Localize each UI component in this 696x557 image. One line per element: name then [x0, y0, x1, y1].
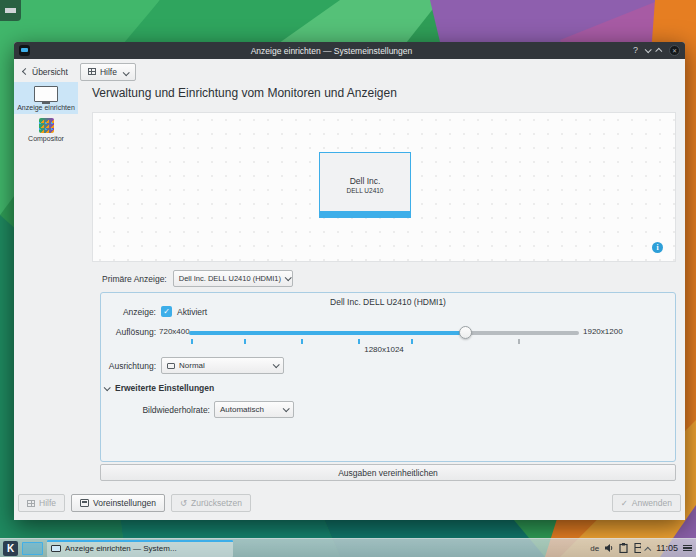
- monitor-model: DELL U2410: [347, 187, 384, 194]
- refresh-rate-select[interactable]: Automatisch: [214, 401, 294, 418]
- chevron-down-icon: [283, 405, 290, 412]
- orientation-label: Ausrichtung:: [101, 361, 156, 371]
- toolbar: Übersicht Hilfe: [14, 61, 685, 82]
- chevron-down-icon: [285, 274, 292, 281]
- slider-tick: [358, 339, 360, 344]
- presets-button[interactable]: Voreinstellungen: [71, 494, 165, 512]
- presets-icon: [80, 499, 89, 507]
- desktop-toolbox-button[interactable]: [0, 0, 21, 21]
- desktop: Anzeige einrichten — Systemeinstellungen…: [0, 0, 696, 557]
- panel-toolbox-icon[interactable]: [683, 545, 693, 552]
- titlebar-help-button[interactable]: ?: [633, 46, 638, 55]
- monitor-bottom-bar: [320, 211, 410, 217]
- monitor-icon: [34, 86, 58, 102]
- display-preview-area: Dell Inc. DELL U2410 i: [92, 112, 676, 262]
- reset-label: Zurücksetzen: [191, 498, 242, 508]
- close-icon: ✕: [672, 48, 677, 54]
- chevron-down-icon: [104, 384, 111, 391]
- window-title: Anzeige einrichten — Systemeinstellungen: [30, 46, 633, 56]
- sidebar-item-displays[interactable]: Anzeige einrichten: [14, 82, 78, 114]
- tray-expander-chevron-up-icon[interactable]: [644, 546, 651, 553]
- help-label: Hilfe: [100, 67, 117, 77]
- enabled-checkbox[interactable]: ✓: [161, 306, 172, 317]
- sidebar: Anzeige einrichten Compositor: [14, 82, 78, 494]
- monitor-vendor: Dell Inc.: [350, 176, 381, 186]
- slider-tick: [301, 339, 303, 344]
- device-notifier-icon[interactable]: [633, 543, 641, 553]
- hamburger-icon: [5, 8, 16, 13]
- refresh-rate-value: Automatisch: [220, 405, 264, 414]
- chevron-down-icon: [123, 69, 130, 76]
- footer-button-row: Hilfe Voreinstellungen ↺ Zurücksetzen ✓ …: [14, 494, 685, 512]
- overview-back-button[interactable]: Übersicht: [17, 64, 74, 80]
- advanced-settings-label: Erweiterte Einstellungen: [115, 383, 214, 393]
- sidebar-item-label: Anzeige einrichten: [15, 104, 77, 111]
- apply-button[interactable]: ✓ Anwenden: [612, 494, 681, 512]
- titlebar[interactable]: Anzeige einrichten — Systemeinstellungen…: [14, 42, 685, 59]
- digital-clock[interactable]: 11:05: [656, 543, 678, 553]
- refresh-rate-label: Bildwiederholrate:: [126, 405, 210, 415]
- resolution-max: 1920x1200: [583, 327, 623, 336]
- slider-tick: [244, 339, 246, 344]
- minimize-button[interactable]: [645, 46, 652, 53]
- sidebar-item-compositor[interactable]: Compositor: [14, 114, 78, 145]
- monitor-preview-box[interactable]: Dell Inc. DELL U2410: [319, 152, 411, 218]
- resolution-slider-fill: [189, 331, 466, 335]
- resolution-slider-handle[interactable]: [459, 326, 472, 339]
- check-icon: ✓: [163, 308, 170, 316]
- enabled-label: Aktiviert: [177, 307, 207, 317]
- primary-display-value: Dell Inc. DELL U2410 (HDMI1): [179, 274, 281, 283]
- monitor-icon: [51, 545, 61, 552]
- help-button-label: Hilfe: [39, 498, 56, 508]
- slider-tick: [518, 339, 520, 344]
- volume-icon[interactable]: [604, 543, 614, 553]
- taskbar-task-button[interactable]: Anzeige einrichten — System...: [47, 540, 233, 557]
- help-menu-button[interactable]: Hilfe: [80, 63, 136, 81]
- output-settings-panel: Dell Inc. DELL U2410 (HDMI1) Anzeige: ✓ …: [100, 292, 676, 462]
- unify-outputs-label: Ausgaben vereinheitlichen: [338, 468, 438, 478]
- info-icon[interactable]: i: [652, 242, 663, 253]
- presets-label: Voreinstellungen: [93, 498, 156, 508]
- apply-label: Anwenden: [632, 498, 672, 508]
- application-launcher-button[interactable]: K: [3, 541, 18, 556]
- systemsettings-window: Anzeige einrichten — Systemeinstellungen…: [14, 42, 685, 520]
- help-grid-icon: [88, 68, 96, 75]
- chevron-down-icon: [273, 361, 280, 368]
- check-icon: ✓: [621, 498, 628, 508]
- app-icon: [19, 45, 30, 56]
- resolution-current: 1280x1024: [189, 345, 579, 354]
- kde-logo-icon: K: [7, 543, 14, 554]
- resolution-label: Auflösung:: [101, 327, 156, 337]
- unify-outputs-button[interactable]: Ausgaben vereinheitlichen: [100, 464, 676, 481]
- system-tray: de 11:05: [590, 543, 693, 553]
- display-label: Anzeige:: [101, 307, 156, 317]
- advanced-settings-expander[interactable]: Erweiterte Einstellungen: [104, 383, 214, 393]
- help-grid-icon: [27, 500, 35, 507]
- task-label: Anzeige einrichten — System...: [65, 544, 177, 553]
- slider-tick: [191, 339, 193, 344]
- primary-display-label: Primäre Anzeige:: [102, 274, 167, 284]
- chevron-left-icon: [22, 68, 29, 75]
- orientation-value: Normal: [179, 361, 205, 370]
- compositor-icon: [39, 118, 54, 133]
- orientation-select[interactable]: Normal: [161, 357, 284, 374]
- keyboard-layout-indicator[interactable]: de: [590, 544, 599, 553]
- overview-label: Übersicht: [32, 67, 68, 77]
- virtual-desktop-pager[interactable]: [22, 542, 43, 555]
- sidebar-item-label: Compositor: [15, 135, 77, 142]
- reset-button[interactable]: ↺ Zurücksetzen: [171, 494, 251, 512]
- undo-icon: ↺: [180, 498, 187, 508]
- resolution-slider[interactable]: [189, 331, 579, 335]
- close-button[interactable]: ✕: [669, 45, 680, 56]
- taskbar: K Anzeige einrichten — System... de 11:0…: [0, 538, 696, 557]
- maximize-button[interactable]: [655, 48, 662, 55]
- panel-title: Dell Inc. DELL U2410 (HDMI1): [101, 297, 675, 307]
- primary-display-row: Primäre Anzeige: Dell Inc. DELL U2410 (H…: [102, 270, 293, 287]
- orientation-normal-icon: [167, 363, 175, 369]
- primary-display-select[interactable]: Dell Inc. DELL U2410 (HDMI1): [173, 270, 293, 287]
- resolution-min: 720x400: [159, 327, 190, 336]
- page-title: Verwaltung und Einrichtung vom Monitoren…: [92, 86, 397, 100]
- slider-tick: [411, 339, 413, 344]
- clipboard-icon[interactable]: [619, 543, 628, 553]
- help-button[interactable]: Hilfe: [18, 494, 65, 512]
